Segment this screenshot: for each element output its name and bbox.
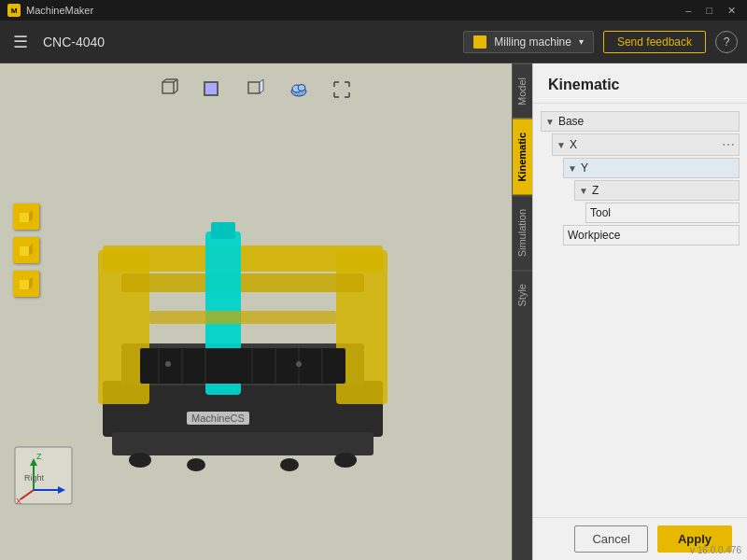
tree-dots-x: ⋯: [722, 137, 735, 152]
tab-model[interactable]: Model: [513, 63, 532, 119]
svg-rect-47: [20, 213, 29, 222]
svg-point-12: [298, 85, 305, 91]
tree-arrow-base: ▼: [545, 117, 555, 127]
tree-label-x: X: [570, 138, 722, 151]
tab-simulation[interactable]: Simulation: [513, 195, 532, 270]
minimize-button[interactable]: –: [682, 5, 695, 17]
svg-point-46: [296, 361, 302, 367]
svg-rect-50: [20, 246, 29, 256]
svg-rect-6: [204, 82, 218, 95]
machine-selector[interactable]: Milling machine ▾: [463, 31, 594, 53]
svg-rect-31: [121, 273, 364, 292]
svg-rect-8: [248, 82, 260, 93]
close-button[interactable]: ✕: [724, 5, 740, 17]
side-view-button[interactable]: [241, 75, 271, 105]
svg-point-23: [129, 453, 151, 468]
svg-rect-30: [103, 245, 383, 272]
cancel-button[interactable]: Cancel: [574, 525, 647, 553]
tree-arrow-x: ▼: [557, 140, 566, 150]
tree-item-y[interactable]: ▼ Y: [563, 158, 740, 178]
left-icons: [13, 203, 39, 297]
point-cloud-button[interactable]: [284, 75, 314, 105]
svg-rect-53: [20, 280, 29, 289]
front-view-button[interactable]: [198, 75, 228, 105]
svg-text:Z: Z: [36, 452, 42, 461]
view-toolbar: [155, 75, 357, 105]
cube-icon-2[interactable]: [13, 237, 39, 263]
send-feedback-button[interactable]: Send feedback: [603, 31, 706, 53]
svg-point-26: [334, 453, 357, 468]
titlebar-left: M MachineMaker: [7, 4, 93, 17]
tree-arrow-z: ▼: [579, 186, 588, 196]
toolbar-right: Milling machine ▾ Send feedback ?: [463, 31, 738, 53]
app-title: CNC-4040: [43, 35, 105, 49]
app-name: MachineMaker: [26, 5, 93, 16]
tree-item-workpiece[interactable]: Workpiece: [563, 225, 740, 245]
svg-text:Right: Right: [24, 473, 45, 483]
main-toolbar: ☰ CNC-4040 Milling machine ▾ Send feedba…: [0, 21, 747, 63]
svg-text:X: X: [16, 497, 21, 506]
tree-label-z: Z: [592, 184, 735, 197]
machine-type-icon: [473, 35, 486, 49]
tree-arrow-y: ▼: [568, 163, 577, 174]
maximize-button[interactable]: □: [702, 5, 716, 17]
tree-label-base: Base: [558, 115, 735, 128]
sidebar-tabs: Model Kinematic Simulation Style: [512, 63, 532, 560]
fullscreen-button[interactable]: [327, 75, 357, 105]
menu-icon[interactable]: ☰: [9, 28, 32, 56]
tree-label-workpiece: Workpiece: [568, 229, 735, 242]
tree-item-tool[interactable]: Tool: [585, 203, 740, 223]
svg-point-45: [165, 361, 171, 367]
svg-rect-0: [162, 82, 174, 93]
tab-kinematic[interactable]: Kinematic: [513, 119, 532, 195]
coordinate-indicator: Z X Right: [13, 445, 74, 509]
chevron-down-icon: ▾: [579, 36, 584, 47]
main-area: MachineCS: [0, 63, 747, 560]
panel-content: ▼ Base ▼ X ⋯ ▼ Y ▼ Z Tool: [533, 104, 747, 517]
tree-label-tool: Tool: [590, 206, 735, 219]
titlebar-controls: – □ ✕: [682, 5, 740, 17]
cube-icon-3[interactable]: [13, 271, 39, 297]
titlebar: M MachineMaker – □ ✕: [0, 0, 747, 21]
svg-rect-44: [149, 311, 336, 324]
right-panel: Kinematic ▼ Base ▼ X ⋯ ▼ Y ▼ Z: [532, 63, 747, 560]
svg-point-24: [187, 458, 205, 471]
cube-icon-1[interactable]: [13, 203, 39, 230]
perspective-view-button[interactable]: [155, 75, 185, 105]
help-button[interactable]: ?: [715, 31, 738, 53]
tree-item-z[interactable]: ▼ Z: [574, 180, 740, 201]
svg-marker-9: [260, 79, 263, 93]
svg-rect-43: [211, 222, 235, 239]
tree-item-base[interactable]: ▼ Base: [541, 111, 740, 132]
viewport[interactable]: MachineCS: [0, 63, 512, 560]
svg-rect-22: [112, 432, 374, 455]
machine-selector-label: Milling machine: [494, 35, 571, 49]
svg-rect-35: [140, 348, 345, 384]
panel-title: Kinematic: [533, 63, 747, 104]
app-icon: M: [7, 4, 21, 17]
tree-label-y: Y: [581, 161, 735, 175]
tab-style[interactable]: Style: [513, 270, 532, 319]
machine-cs-label: MachineCS: [187, 412, 249, 425]
version-label: v 16.0.0.476: [690, 545, 741, 555]
tree-item-x[interactable]: ▼ X ⋯: [552, 133, 740, 156]
svg-point-25: [280, 458, 299, 471]
machine-3d-view: [28, 110, 512, 523]
